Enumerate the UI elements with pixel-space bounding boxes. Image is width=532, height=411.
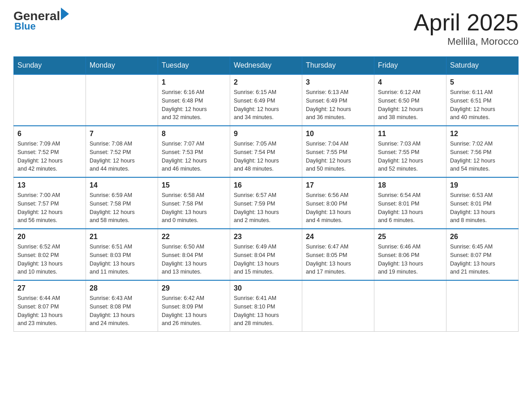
day-number: 13 [17,181,82,189]
calendar-cell: 13Sunrise: 7:00 AM Sunset: 7:57 PM Dayli… [14,177,86,229]
day-number: 25 [378,233,442,241]
day-info: Sunrise: 6:45 AM Sunset: 8:07 PM Dayligh… [450,243,515,276]
calendar-cell: 17Sunrise: 6:56 AM Sunset: 8:00 PM Dayli… [302,177,374,229]
calendar-cell: 1Sunrise: 6:16 AM Sunset: 6:48 PM Daylig… [158,74,230,126]
day-info: Sunrise: 6:41 AM Sunset: 8:10 PM Dayligh… [234,294,298,328]
day-info: Sunrise: 6:42 AM Sunset: 8:09 PM Dayligh… [162,294,226,328]
week-row-3: 13Sunrise: 7:00 AM Sunset: 7:57 PM Dayli… [14,177,519,229]
calendar-cell: 15Sunrise: 6:58 AM Sunset: 7:58 PM Dayli… [158,177,230,229]
logo: General Blue [13,9,69,32]
day-info: Sunrise: 6:57 AM Sunset: 7:59 PM Dayligh… [234,191,298,225]
day-info: Sunrise: 6:46 AM Sunset: 8:06 PM Dayligh… [378,243,442,276]
day-info: Sunrise: 6:51 AM Sunset: 8:03 PM Dayligh… [90,243,154,276]
calendar-cell [14,74,86,126]
calendar-cell: 23Sunrise: 6:49 AM Sunset: 8:04 PM Dayli… [230,229,302,280]
calendar-cell: 6Sunrise: 7:09 AM Sunset: 7:52 PM Daylig… [14,126,86,177]
day-header-sunday: Sunday [14,57,86,75]
calendar-cell: 8Sunrise: 7:07 AM Sunset: 7:53 PM Daylig… [158,126,230,177]
calendar-cell: 29Sunrise: 6:42 AM Sunset: 8:09 PM Dayli… [158,280,230,332]
day-number: 1 [162,78,226,86]
day-info: Sunrise: 7:00 AM Sunset: 7:57 PM Dayligh… [17,191,82,225]
day-info: Sunrise: 6:11 AM Sunset: 6:51 PM Dayligh… [450,88,515,122]
day-header-saturday: Saturday [446,57,519,75]
day-info: Sunrise: 6:54 AM Sunset: 8:01 PM Dayligh… [378,191,442,225]
day-info: Sunrise: 6:43 AM Sunset: 8:08 PM Dayligh… [90,294,154,328]
calendar-cell: 19Sunrise: 6:53 AM Sunset: 8:01 PM Dayli… [446,177,519,229]
days-header-row: SundayMondayTuesdayWednesdayThursdayFrid… [14,57,519,75]
day-number: 6 [17,130,82,138]
day-number: 28 [90,284,154,292]
day-info: Sunrise: 7:03 AM Sunset: 7:55 PM Dayligh… [378,140,442,173]
day-info: Sunrise: 6:52 AM Sunset: 8:02 PM Dayligh… [17,243,82,276]
day-info: Sunrise: 7:07 AM Sunset: 7:53 PM Dayligh… [162,140,226,173]
calendar-cell: 3Sunrise: 6:13 AM Sunset: 6:49 PM Daylig… [302,74,374,126]
calendar-cell: 30Sunrise: 6:41 AM Sunset: 8:10 PM Dayli… [230,280,302,332]
week-row-4: 20Sunrise: 6:52 AM Sunset: 8:02 PM Dayli… [14,229,519,280]
week-row-1: 1Sunrise: 6:16 AM Sunset: 6:48 PM Daylig… [14,74,519,126]
calendar-cell: 11Sunrise: 7:03 AM Sunset: 7:55 PM Dayli… [374,126,446,177]
week-row-2: 6Sunrise: 7:09 AM Sunset: 7:52 PM Daylig… [14,126,519,177]
day-number: 16 [234,181,298,189]
day-number: 18 [378,181,442,189]
calendar-cell: 4Sunrise: 6:12 AM Sunset: 6:50 PM Daylig… [374,74,446,126]
calendar-cell: 18Sunrise: 6:54 AM Sunset: 8:01 PM Dayli… [374,177,446,229]
day-number: 14 [90,181,154,189]
day-number: 5 [450,78,515,86]
day-number: 3 [306,78,370,86]
day-number: 30 [234,284,298,292]
day-header-wednesday: Wednesday [230,57,302,75]
calendar-cell: 12Sunrise: 7:02 AM Sunset: 7:56 PM Dayli… [446,126,519,177]
calendar-cell: 14Sunrise: 6:59 AM Sunset: 7:58 PM Dayli… [86,177,158,229]
day-number: 23 [234,233,298,241]
calendar-cell: 28Sunrise: 6:43 AM Sunset: 8:08 PM Dayli… [86,280,158,332]
calendar-cell: 26Sunrise: 6:45 AM Sunset: 8:07 PM Dayli… [446,229,519,280]
day-header-monday: Monday [86,57,158,75]
calendar-cell [446,280,519,332]
calendar-table: SundayMondayTuesdayWednesdayThursdayFrid… [13,56,519,332]
day-info: Sunrise: 6:47 AM Sunset: 8:05 PM Dayligh… [306,243,370,276]
day-number: 17 [306,181,370,189]
calendar-cell: 9Sunrise: 7:05 AM Sunset: 7:54 PM Daylig… [230,126,302,177]
logo-arrow-icon [61,8,69,20]
day-number: 4 [378,78,442,86]
day-info: Sunrise: 6:15 AM Sunset: 6:49 PM Dayligh… [234,88,298,122]
day-info: Sunrise: 6:12 AM Sunset: 6:50 PM Dayligh… [378,88,442,122]
title-section: April 2025 Mellila, Morocco [414,9,519,47]
page-header: General Blue April 2025 Mellila, Morocco [13,9,519,47]
calendar-cell [302,280,374,332]
day-info: Sunrise: 7:08 AM Sunset: 7:52 PM Dayligh… [90,140,154,173]
day-number: 27 [17,284,82,292]
calendar-cell: 20Sunrise: 6:52 AM Sunset: 8:02 PM Dayli… [14,229,86,280]
calendar-cell: 27Sunrise: 6:44 AM Sunset: 8:07 PM Dayli… [14,280,86,332]
day-number: 29 [162,284,226,292]
day-info: Sunrise: 6:44 AM Sunset: 8:07 PM Dayligh… [17,294,82,328]
calendar-cell: 25Sunrise: 6:46 AM Sunset: 8:06 PM Dayli… [374,229,446,280]
calendar-cell: 22Sunrise: 6:50 AM Sunset: 8:04 PM Dayli… [158,229,230,280]
calendar-cell: 24Sunrise: 6:47 AM Sunset: 8:05 PM Dayli… [302,229,374,280]
day-number: 24 [306,233,370,241]
day-number: 22 [162,233,226,241]
calendar-cell: 2Sunrise: 6:15 AM Sunset: 6:49 PM Daylig… [230,74,302,126]
day-info: Sunrise: 7:05 AM Sunset: 7:54 PM Dayligh… [234,140,298,173]
calendar-cell: 21Sunrise: 6:51 AM Sunset: 8:03 PM Dayli… [86,229,158,280]
calendar-cell [86,74,158,126]
day-info: Sunrise: 6:59 AM Sunset: 7:58 PM Dayligh… [90,191,154,225]
day-number: 21 [90,233,154,241]
day-info: Sunrise: 6:50 AM Sunset: 8:04 PM Dayligh… [162,243,226,276]
day-info: Sunrise: 7:04 AM Sunset: 7:55 PM Dayligh… [306,140,370,173]
day-number: 26 [450,233,515,241]
day-info: Sunrise: 6:13 AM Sunset: 6:49 PM Dayligh… [306,88,370,122]
day-info: Sunrise: 7:09 AM Sunset: 7:52 PM Dayligh… [17,140,82,173]
day-info: Sunrise: 6:58 AM Sunset: 7:58 PM Dayligh… [162,191,226,225]
day-number: 20 [17,233,82,241]
week-row-5: 27Sunrise: 6:44 AM Sunset: 8:07 PM Dayli… [14,280,519,332]
calendar-cell: 7Sunrise: 7:08 AM Sunset: 7:52 PM Daylig… [86,126,158,177]
day-info: Sunrise: 7:02 AM Sunset: 7:56 PM Dayligh… [450,140,515,173]
day-number: 10 [306,130,370,138]
day-number: 12 [450,130,515,138]
month-title: April 2025 [414,9,519,36]
day-number: 9 [234,130,298,138]
day-number: 19 [450,181,515,189]
calendar-cell: 10Sunrise: 7:04 AM Sunset: 7:55 PM Dayli… [302,126,374,177]
day-info: Sunrise: 6:49 AM Sunset: 8:04 PM Dayligh… [234,243,298,276]
